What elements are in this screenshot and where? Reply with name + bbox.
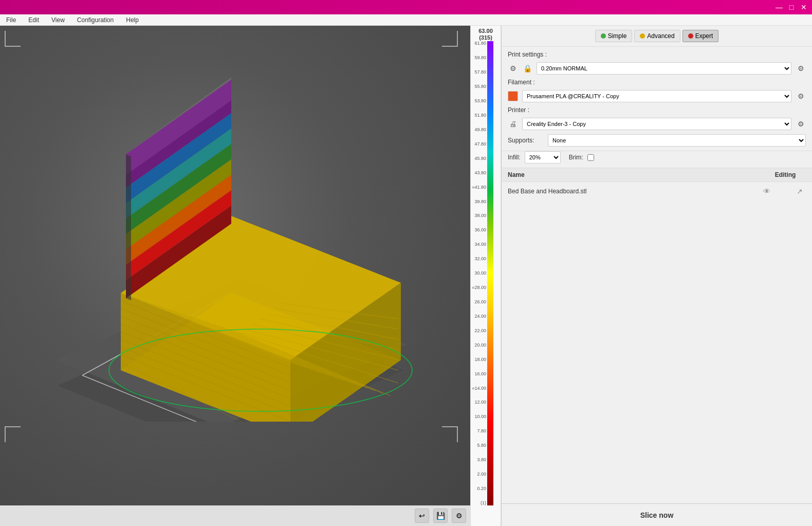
print-settings-select[interactable]: 0.20mm NORMAL bbox=[537, 62, 791, 75]
layer-bar-wrapper[interactable]: 61.80 59.80 57.80 55.80 53.80 51.80 49.8… bbox=[471, 41, 501, 526]
supports-label: Supports: bbox=[508, 137, 544, 144]
advanced-dot bbox=[640, 33, 645, 39]
layer-slider: 63.00 (315) 61.80 59.80 57.80 55.80 53.8… bbox=[470, 26, 501, 526]
col-editing-header: Editing bbox=[765, 171, 806, 178]
visibility-icon[interactable]: 👁 bbox=[761, 185, 773, 197]
print-settings-select-row: ⚙ 🔒 0.20mm NORMAL ⚙ bbox=[508, 62, 806, 75]
layer-color-bar bbox=[487, 41, 493, 505]
slice-button[interactable]: Slice now bbox=[502, 503, 812, 526]
advanced-label: Advanced bbox=[647, 32, 674, 40]
corner-markers bbox=[0, 26, 470, 505]
filament-label: Filament : bbox=[508, 79, 544, 86]
menu-bar: File Edit View Configuration Help bbox=[0, 14, 812, 26]
print-settings-row: Print settings : bbox=[508, 51, 806, 58]
print-edit-icon[interactable]: ⚙ bbox=[796, 63, 806, 74]
menu-help[interactable]: Help bbox=[124, 15, 141, 25]
mode-selector: Simple Advanced Expert bbox=[502, 26, 812, 47]
objects-header: Name Editing bbox=[502, 168, 812, 182]
printer-label: Printer : bbox=[508, 106, 544, 114]
close-button[interactable]: ✕ bbox=[800, 3, 808, 11]
filament-select-row: Prusament PLA @CREALITY - Copy ⚙ bbox=[508, 90, 806, 102]
viewport[interactable]: ↩ 💾 ⚙ bbox=[0, 26, 470, 526]
printer-select-row: 🖨 Creality Ender-3 - Copy ⚙ bbox=[508, 118, 806, 130]
simple-label: Simple bbox=[608, 32, 627, 40]
filament-row: Filament : bbox=[508, 79, 806, 86]
advanced-mode-button[interactable]: Advanced bbox=[634, 30, 680, 42]
printer-row: Printer : bbox=[508, 106, 806, 114]
brim-label: Brim: bbox=[569, 154, 583, 161]
menu-file[interactable]: File bbox=[4, 15, 18, 25]
window-controls: — □ ✕ bbox=[775, 3, 808, 11]
objects-panel: Name Editing Bed Base and Headboard.stl … bbox=[502, 168, 812, 503]
layer-top-value: 63.00 (315) bbox=[477, 26, 494, 41]
expert-label: Expert bbox=[695, 32, 713, 40]
brim-checkbox[interactable] bbox=[587, 154, 594, 161]
printer-select[interactable]: Creality Ender-3 - Copy bbox=[522, 118, 791, 130]
object-name: Bed Base and Headboard.stl bbox=[508, 188, 761, 195]
infill-select[interactable]: 20% 0% 5% 10% 15% 25% 30% 40% 50% 75% 10… bbox=[525, 151, 561, 164]
main-container: ↩ 💾 ⚙ 63.00 (315) 61.80 59.80 57.80 55.8… bbox=[0, 26, 812, 526]
col-name-header: Name bbox=[508, 171, 765, 178]
simple-mode-button[interactable]: Simple bbox=[595, 30, 633, 42]
filament-color-swatch bbox=[508, 91, 518, 101]
save-button[interactable]: 💾 bbox=[433, 509, 448, 523]
right-panel: Simple Advanced Expert Print settings : … bbox=[501, 26, 812, 526]
supports-row: Supports: None Support on build plate on… bbox=[508, 134, 806, 147]
title-bar: — □ ✕ bbox=[0, 0, 812, 14]
expert-mode-button[interactable]: Expert bbox=[682, 30, 719, 42]
undo-button[interactable]: ↩ bbox=[415, 509, 429, 523]
simple-dot bbox=[601, 33, 606, 39]
menu-edit[interactable]: Edit bbox=[26, 15, 41, 25]
minimize-button[interactable]: — bbox=[775, 3, 783, 11]
expert-dot bbox=[688, 33, 693, 39]
printer-icon: 🖨 bbox=[508, 119, 518, 129]
filament-edit-icon[interactable]: ⚙ bbox=[796, 91, 806, 101]
menu-view[interactable]: View bbox=[49, 15, 67, 25]
supports-select[interactable]: None Support on build plate only Everywh… bbox=[548, 134, 806, 147]
infill-label: Infill: bbox=[508, 154, 521, 161]
infill-brim-row: Infill: 20% 0% 5% 10% 15% 25% 30% 40% 50… bbox=[502, 151, 812, 168]
settings-button[interactable]: ⚙ bbox=[452, 509, 466, 523]
filament-select[interactable]: Prusament PLA @CREALITY - Copy bbox=[522, 90, 791, 102]
maximize-button[interactable]: □ bbox=[787, 3, 796, 11]
print-settings-label: Print settings : bbox=[508, 51, 547, 58]
print-profile-icon: ⚙ bbox=[508, 63, 518, 74]
table-row: Bed Base and Headboard.stl 👁 ↗ bbox=[502, 182, 812, 201]
printer-edit-icon[interactable]: ⚙ bbox=[796, 119, 806, 129]
layer-tick-labels: 61.80 59.80 57.80 55.80 53.80 51.80 49.8… bbox=[471, 41, 487, 505]
menu-configuration[interactable]: Configuration bbox=[75, 15, 116, 25]
settings-area: Print settings : ⚙ 🔒 0.20mm NORMAL ⚙ Fil… bbox=[502, 47, 812, 151]
edit-object-icon[interactable]: ↗ bbox=[793, 185, 806, 197]
viewport-toolbar: ↩ 💾 ⚙ bbox=[0, 505, 470, 526]
bed-area bbox=[0, 26, 470, 505]
print-lock-icon: 🔒 bbox=[522, 63, 532, 74]
